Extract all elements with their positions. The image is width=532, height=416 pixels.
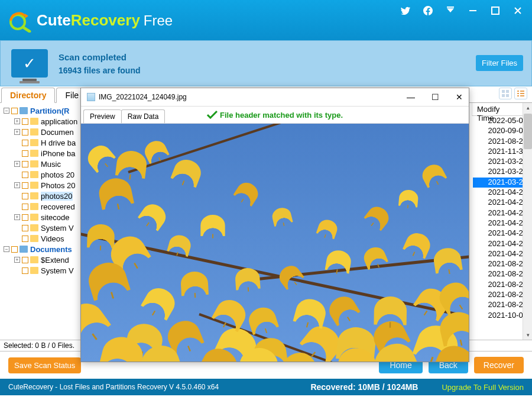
close-icon[interactable]	[513, 6, 523, 18]
preview-minimize-icon[interactable]: —	[407, 92, 415, 102]
svg-marker-2	[25, 14, 28, 18]
recover-button[interactable]: Recover	[474, 357, 524, 373]
preview-filename: IMG_20221024_124049.jpg	[99, 93, 187, 101]
scan-status-count: 16943 files are found	[59, 66, 141, 75]
svg-rect-4	[469, 10, 476, 11]
svg-rect-15	[520, 95, 524, 96]
svg-rect-14	[517, 95, 519, 96]
file-list-scrollbar[interactable]: ▴ ▾	[523, 103, 532, 340]
selected-info: Selected: 0 B / 0 Files.	[4, 341, 74, 350]
svg-rect-10	[517, 91, 519, 92]
view-grid-icon[interactable]	[499, 88, 512, 99]
dropdown-icon[interactable]	[446, 6, 455, 18]
titlebar: CuteRecoveryFree	[0, 0, 532, 40]
preview-close-icon[interactable]: ✕	[456, 92, 463, 102]
preview-tab-preview[interactable]: Preview	[83, 109, 121, 123]
svg-line-1	[23, 27, 30, 31]
svg-rect-8	[502, 94, 505, 97]
footer-recovered: Recovered: 10MB / 1024MB	[310, 382, 418, 392]
scan-status-panel: ✓ Scan completed 16943 files are found F…	[0, 40, 532, 86]
svg-rect-11	[520, 91, 524, 92]
footer-app-info: CuteRecovery - Lost Files and Partitions…	[8, 383, 219, 391]
svg-rect-5	[492, 7, 499, 14]
preview-titlebar[interactable]: IMG_20221024_124049.jpg — ☐ ✕	[81, 88, 469, 106]
app-title: CuteRecoveryFree	[37, 11, 173, 30]
svg-rect-12	[517, 93, 519, 94]
file-icon	[87, 93, 95, 101]
preview-maximize-icon[interactable]: ☐	[432, 92, 439, 102]
svg-rect-6	[502, 90, 505, 93]
check-icon	[207, 111, 218, 119]
monitor-icon: ✓	[11, 49, 48, 78]
svg-rect-7	[506, 90, 509, 93]
view-list-icon[interactable]	[514, 88, 527, 99]
facebook-icon[interactable]	[423, 6, 433, 18]
scan-status-title: Scan completed	[59, 52, 141, 62]
upgrade-link[interactable]: Upgrade To Full Version	[442, 383, 524, 392]
svg-rect-13	[520, 93, 524, 94]
preview-window: IMG_20221024_124049.jpg — ☐ ✕ Preview Ra…	[80, 88, 469, 362]
app-logo: CuteRecoveryFree	[7, 8, 173, 33]
column-modify-time[interactable]: Modify Time	[472, 103, 523, 116]
logo-icon	[7, 8, 32, 33]
minimize-icon[interactable]	[468, 6, 478, 18]
preview-image	[81, 124, 469, 362]
scrollbar-thumb[interactable]	[524, 114, 532, 149]
maximize-icon[interactable]	[491, 6, 500, 18]
twitter-icon[interactable]	[401, 6, 410, 18]
tab-directory[interactable]: Directory	[1, 88, 55, 103]
header-match-message: File header matched with its type.	[207, 111, 343, 120]
filter-files-button[interactable]: Filter Files	[476, 55, 523, 71]
save-scan-status-button[interactable]: Save Scan Status	[8, 357, 81, 373]
footer-bar: CuteRecovery - Lost Files and Partitions…	[0, 379, 532, 395]
preview-tab-rawdata[interactable]: Raw Data	[121, 109, 166, 123]
svg-rect-9	[506, 94, 509, 97]
svg-rect-3	[447, 7, 454, 8]
